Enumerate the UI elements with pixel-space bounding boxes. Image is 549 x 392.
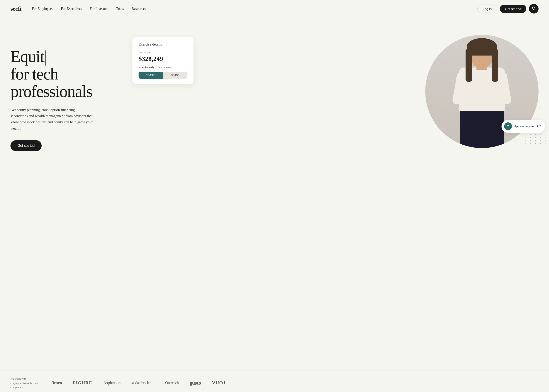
company-logos: 3meo FIGURE Aspiration ◈ databricks ⊙ Ou… — [52, 380, 539, 386]
nav-for-investors[interactable]: For Investors — [90, 7, 108, 11]
get-started-button-nav[interactable]: Get started — [500, 5, 526, 13]
search-button[interactable] — [529, 4, 539, 14]
get-started-button-hero[interactable]: Get started — [10, 140, 42, 151]
logo-aspiration: Aspiration — [103, 380, 120, 385]
svg-line-1 — [535, 9, 535, 10]
card-tabs: TAXES GAINS — [139, 72, 187, 79]
ipo-text: Approaching an IPO? — [514, 125, 541, 128]
cost-label: Cost to you — [139, 51, 187, 54]
exercise-card-title: Exercise details — [139, 42, 187, 47]
exercise-hint: Exercise early to save on taxes — [139, 66, 187, 69]
hero-title-line2: for tech professionals — [10, 65, 92, 100]
logo-databricks: ◈ databricks — [131, 380, 150, 385]
logo-vuoi: VUO1 — [212, 380, 226, 386]
ipo-badge[interactable]: ? Approaching an IPO? — [501, 120, 545, 133]
nav-resources[interactable]: Resources — [132, 7, 146, 11]
nav-links: For Employees For Executives For Investo… — [32, 7, 146, 11]
hero-description: Get equity planning, stock option financ… — [10, 107, 93, 131]
navbar: secfi For Employees For Executives For I… — [0, 0, 549, 17]
login-button[interactable]: Log in — [477, 5, 497, 13]
hero-right: Exercise details Cost to you $328,249 Ex… — [120, 30, 539, 157]
hint-bold: Exercise early — [139, 66, 154, 69]
nav-for-executives[interactable]: For Executives — [61, 7, 82, 11]
logo-figure: FIGURE — [73, 380, 92, 385]
hero-title: Equit| for tech professionals — [10, 48, 120, 100]
nav-tools[interactable]: Tools — [116, 7, 124, 11]
search-icon — [532, 6, 536, 11]
hero-title-line1: Equit| — [10, 47, 47, 66]
logo[interactable]: secfi — [10, 5, 21, 12]
bottom-bar-description: We work with employees from the best com… — [10, 377, 39, 389]
tab-taxes[interactable]: TAXES — [139, 72, 163, 79]
bottom-bar: We work with employees from the best com… — [0, 370, 549, 392]
ipo-icon: ? — [504, 122, 512, 130]
nav-left: secfi For Employees For Executives For I… — [10, 5, 146, 12]
nav-for-employees[interactable]: For Employees — [32, 7, 53, 11]
nav-right: Log in Get started — [477, 4, 539, 14]
logo-gusto: gusto — [190, 380, 201, 386]
logo-outreach: ⊙ Outreach — [161, 380, 179, 385]
tab-gains[interactable]: GAINS — [163, 72, 187, 79]
hero-left: Equit| for tech professionals Get equity… — [10, 30, 120, 151]
exercise-card: Exercise details Cost to you $328,249 Ex… — [133, 37, 193, 84]
logo-omeo: 3meo — [52, 380, 62, 386]
cost-amount: $328,249 — [139, 55, 187, 63]
hint-suffix: to save on taxes — [154, 66, 171, 69]
hero-section: Equit| for tech professionals Get equity… — [0, 17, 549, 370]
